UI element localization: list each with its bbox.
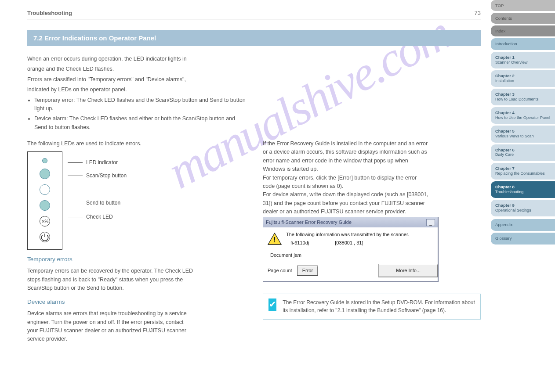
index-tab[interactable]: Index (491, 25, 555, 36)
intro-text: When an error occurs during operation, t… (27, 55, 247, 132)
glossary-tab[interactable]: Glossary (491, 233, 555, 245)
temporary-errors-heading: Temporary errors (27, 255, 247, 264)
tip-box: ✔ The Error Recovery Guide is stored in … (263, 294, 481, 320)
contents-tab[interactable]: Contents (491, 13, 555, 24)
power-icon (40, 232, 50, 242)
main-content: Troubleshooting 73 7.2 Error Indications… (27, 10, 481, 344)
ch2-tab[interactable]: Chapter 2Installation (491, 70, 555, 87)
ch9-tab[interactable]: Chapter 9Operational Settings (491, 200, 555, 216)
device-alarms-heading: Device alarms (27, 298, 247, 307)
sidebar-nav: TOP Contents Index Introduction Chapter … (491, 0, 555, 246)
ch8-tab-active[interactable]: Chapter 8Troubleshooting (491, 181, 555, 198)
section-heading: 7.2 Error Indications on Operator Panel (27, 30, 481, 46)
scan-stop-icon (40, 169, 50, 179)
warning-icon: ! (268, 233, 282, 245)
error-button[interactable]: Error (297, 266, 318, 275)
operator-panel-diagram: ✕% LED indicator Scan/Stop button Send t… (27, 151, 247, 250)
send-to-icon (40, 200, 50, 211)
led-indicator-icon (42, 158, 47, 163)
top-tab[interactable]: TOP (491, 0, 555, 11)
intro-tab[interactable]: Introduction (491, 38, 555, 50)
checkmark-icon: ✔ (268, 298, 276, 311)
check-led-icon: ✕% (40, 216, 50, 227)
ch6-tab[interactable]: Chapter 6Daily Care (491, 144, 555, 161)
error-recovery-dialog: Fujitsu fi-Scanner Error Recovery Guide … (263, 217, 439, 282)
ch5-tab[interactable]: Chapter 5Various Ways to Scan (491, 126, 555, 142)
left-column: The following LEDs are used to indicate … (27, 140, 247, 344)
blank-button-icon (40, 184, 50, 195)
dialog-title: Fujitsu fi-Scanner Error Recovery Guide (266, 219, 352, 226)
error-name: Document jam (270, 252, 433, 259)
ch1-tab[interactable]: Chapter 1Scanner Overview (491, 52, 555, 68)
header-title: Troubleshooting (27, 10, 72, 16)
right-column: If the Error Recovery Guide is installed… (263, 140, 481, 344)
ch7-tab[interactable]: Chapter 7Replacing the Consumables (491, 163, 555, 180)
more-info-button[interactable]: More Info... (379, 264, 438, 277)
svg-text:!: ! (273, 236, 276, 244)
ch4-tab[interactable]: Chapter 4How to Use the Operator Panel (491, 107, 555, 124)
header-rule (27, 19, 481, 19)
ch3-tab[interactable]: Chapter 3How to Load Documents (491, 89, 555, 105)
minimize-button[interactable]: _ (426, 219, 435, 226)
page-number: 73 (475, 10, 481, 16)
appendix-tab[interactable]: Appendix (491, 219, 555, 231)
page-count-label: Page count (268, 267, 292, 274)
